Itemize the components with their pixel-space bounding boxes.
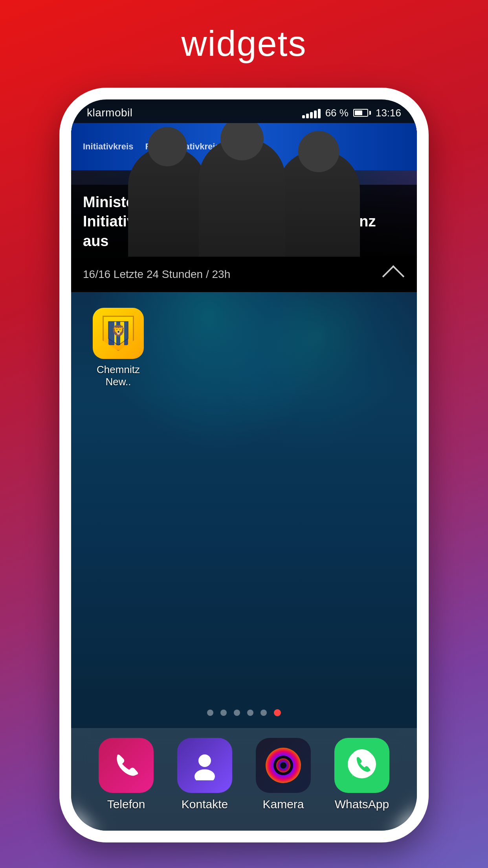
chemnitz-shield-svg: 🦁: [106, 320, 130, 347]
page-dot-5[interactable]: [261, 710, 267, 716]
telefon-label: Telefon: [107, 798, 145, 811]
battery-icon: [353, 109, 371, 117]
signal-bar-3: [310, 112, 313, 118]
signal-bar-4: [314, 110, 317, 118]
person-1: [128, 147, 207, 257]
dock-item-kamera[interactable]: Kamera: [248, 738, 319, 811]
status-bar: klarmobil 66 % 13:16: [71, 99, 417, 123]
chemnitz-app-label: Chemnitz New..: [87, 364, 150, 388]
kontakte-label: Kontakte: [182, 798, 228, 811]
kontakte-icon[interactable]: [177, 738, 232, 793]
page-title: widgets: [181, 24, 306, 64]
battery-fill: [355, 110, 363, 115]
page-dot-4[interactable]: [247, 710, 253, 716]
svg-point-10: [280, 762, 286, 769]
chemnitz-app-wrapper[interactable]: 🦁 Chemnitz New..: [87, 308, 150, 388]
news-widget[interactable]: Initiativkreis Ruhr itiativkreis uhr Min…: [71, 123, 417, 292]
phone-frame: klarmobil 66 % 13:16: [59, 88, 429, 842]
chemnitz-app-icon[interactable]: 🦁: [93, 308, 144, 359]
page-dot-1[interactable]: [207, 710, 213, 716]
whatsapp-label: WhatsApp: [335, 798, 389, 811]
phone-screen: klarmobil 66 % 13:16: [71, 99, 417, 831]
battery-tip: [369, 111, 371, 115]
kamera-icon[interactable]: [256, 738, 311, 793]
phone-call-icon: [112, 751, 141, 780]
battery-percent: 66 %: [325, 107, 349, 119]
dock-item-telefon[interactable]: Telefon: [91, 738, 161, 811]
person-3: [277, 151, 360, 257]
svg-point-5: [198, 754, 211, 767]
svg-text:🦁: 🦁: [112, 324, 125, 337]
carrier-label: klarmobil: [87, 107, 133, 119]
chevron-up-icon[interactable]: [382, 265, 405, 288]
signal-bar-2: [306, 114, 309, 118]
home-area: 🦁 Chemnitz New..: [71, 292, 417, 697]
dock-item-whatsapp[interactable]: WhatsApp: [327, 738, 397, 811]
kamera-label: Kamera: [262, 798, 304, 811]
signal-bar-1: [302, 115, 305, 118]
shield-icon: 🦁: [103, 316, 134, 351]
page-dot-2[interactable]: [220, 710, 227, 716]
bottom-dock: Telefon Kontakte: [71, 728, 417, 831]
person-2: [199, 139, 285, 257]
signal-bar-5: [318, 109, 321, 118]
dock-item-kontakte[interactable]: Kontakte: [169, 738, 240, 811]
page-dots: [71, 697, 417, 728]
telefon-icon[interactable]: [99, 738, 154, 793]
svg-point-6: [194, 769, 215, 780]
contacts-icon: [190, 751, 220, 780]
whatsapp-icon-svg: [344, 748, 380, 783]
whatsapp-icon[interactable]: [334, 738, 389, 793]
signal-icon: [302, 107, 321, 118]
battery-body: [353, 109, 368, 117]
time-label: 13:16: [376, 107, 401, 119]
page-dot-6-active[interactable]: [274, 709, 281, 716]
news-meta: 16/16 Letzte 24 Stunden / 23h: [83, 268, 230, 281]
news-footer: 16/16 Letzte 24 Stunden / 23h: [71, 257, 417, 292]
page-dot-3[interactable]: [234, 710, 240, 716]
camera-icon-svg: [264, 746, 303, 785]
status-right: 66 % 13:16: [302, 107, 401, 119]
news-image: Initiativkreis Ruhr itiativkreis uhr Min…: [71, 123, 417, 257]
